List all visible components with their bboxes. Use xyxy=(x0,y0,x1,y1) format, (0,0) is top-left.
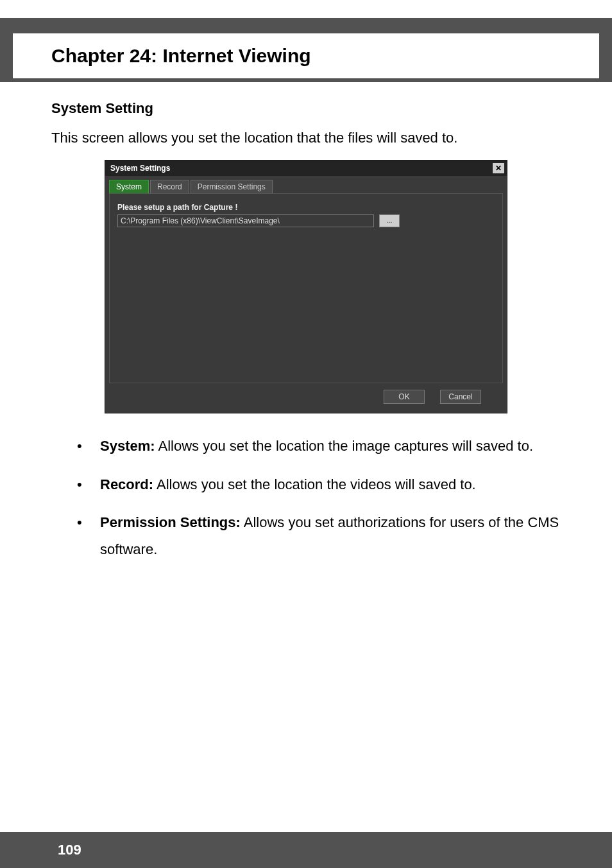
dialog-titlebar: System Settings ✕ xyxy=(105,161,507,176)
screenshot-container: System Settings ✕ System Record Permissi… xyxy=(51,160,561,413)
tab-permission-label: Permission Settings xyxy=(198,182,266,191)
bullet-record-bold: Record: xyxy=(100,476,153,492)
dialog-body: Please setup a path for Capture ! ... xyxy=(109,193,503,383)
browse-button[interactable]: ... xyxy=(379,214,400,227)
list-item: System: Allows you set the location the … xyxy=(77,433,561,460)
cancel-button[interactable]: Cancel xyxy=(440,390,481,404)
browse-button-label: ... xyxy=(387,217,392,224)
list-item: Record: Allows you set the location the … xyxy=(77,471,561,498)
intro-text: This screen allows you set the location … xyxy=(51,128,561,148)
tab-record-label: Record xyxy=(157,182,182,191)
tab-strip: System Record Permission Settings xyxy=(105,176,507,193)
capture-path-row: ... xyxy=(117,214,495,227)
tab-permission-settings[interactable]: Permission Settings xyxy=(191,180,273,193)
tab-system[interactable]: System xyxy=(109,180,149,193)
bullet-system-bold: System: xyxy=(100,438,155,454)
chapter-title: Chapter 24: Internet Viewing xyxy=(51,45,311,67)
bullet-perm-bold: Permission Settings: xyxy=(100,514,241,530)
tab-record[interactable]: Record xyxy=(150,180,189,193)
ok-button-label: OK xyxy=(398,392,409,401)
list-item: Permission Settings: Allows you set auth… xyxy=(77,509,561,563)
chapter-header-inner: Chapter 24: Internet Viewing xyxy=(13,33,599,78)
close-icon: ✕ xyxy=(495,164,502,172)
capture-path-label: Please setup a path for Capture ! xyxy=(117,203,495,212)
bullet-system-text: Allows you set the location the image ca… xyxy=(155,438,533,454)
bullet-list: System: Allows you set the location the … xyxy=(51,433,561,563)
bullet-record-text: Allows you set the location the videos w… xyxy=(153,476,476,492)
page-footer: 109 xyxy=(0,832,612,868)
ok-button[interactable]: OK xyxy=(384,390,425,404)
page-number: 109 xyxy=(58,842,81,858)
dialog-footer: OK Cancel xyxy=(105,383,507,413)
cancel-button-label: Cancel xyxy=(448,392,472,401)
tab-system-label: System xyxy=(116,182,142,191)
system-settings-dialog: System Settings ✕ System Record Permissi… xyxy=(105,160,507,413)
page-content: System Setting This screen allows you se… xyxy=(0,82,612,563)
chapter-header: Chapter 24: Internet Viewing xyxy=(0,0,612,82)
close-button[interactable]: ✕ xyxy=(493,163,504,173)
section-heading: System Setting xyxy=(51,100,561,117)
dialog-title: System Settings xyxy=(110,164,170,173)
capture-path-input[interactable] xyxy=(117,214,374,227)
